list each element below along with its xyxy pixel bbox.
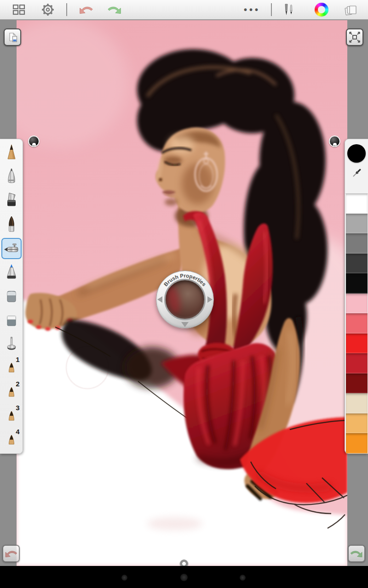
- color-swatch[interactable]: [346, 193, 368, 214]
- android-nav-bar: [0, 566, 368, 588]
- color-panel-handle[interactable]: [329, 136, 340, 147]
- tool-custom-brush-4[interactable]: 4: [1, 430, 22, 451]
- color-swatch[interactable]: [346, 373, 368, 394]
- brush-number-label: 1: [16, 356, 19, 363]
- color-swatch[interactable]: [346, 313, 368, 334]
- tool-ink-pen[interactable]: [1, 166, 22, 187]
- color-swatch[interactable]: [346, 294, 368, 314]
- nav-home-button[interactable]: [180, 574, 188, 581]
- layers-icon: [344, 2, 358, 17]
- tool-felt-marker[interactable]: [1, 262, 22, 283]
- preferences-button[interactable]: [40, 2, 56, 17]
- grid-icon: [12, 3, 26, 17]
- brush-properties-puck[interactable]: Brush Properties: [156, 271, 214, 328]
- puck-arrow-right-icon[interactable]: [207, 296, 213, 303]
- tool-chisel-marker[interactable]: [1, 190, 22, 211]
- tool-eraser-soft[interactable]: [1, 310, 22, 331]
- color-swatch[interactable]: [346, 214, 368, 234]
- brush-number-label: 4: [16, 428, 19, 435]
- color-swatch[interactable]: [346, 433, 368, 453]
- puck-arrow-down-icon[interactable]: [181, 322, 189, 327]
- brush-number-label: 3: [16, 404, 19, 412]
- felt-marker-icon: [4, 263, 19, 282]
- color-swatch[interactable]: [346, 273, 368, 294]
- brush-panel: 1 2 3 4: [0, 139, 23, 454]
- color-swatch[interactable]: [346, 353, 368, 373]
- nav-back-button[interactable]: [121, 575, 127, 581]
- undo-arrow-icon: [4, 548, 18, 559]
- tool-paintbrush[interactable]: [1, 214, 22, 235]
- layer-editor-button[interactable]: [343, 2, 359, 17]
- puck-label: Brush Properties: [156, 271, 214, 328]
- gallery-button[interactable]: [11, 2, 27, 17]
- ink-pen-icon: [4, 167, 19, 186]
- brush-number-label: 2: [16, 380, 19, 388]
- current-color-swatch[interactable]: [347, 144, 366, 163]
- tool-smudge[interactable]: [1, 334, 22, 355]
- tool-airbrush[interactable]: [1, 238, 22, 259]
- color-panel: [345, 139, 368, 454]
- transform-icon: [348, 30, 362, 44]
- transform-button[interactable]: [346, 28, 363, 46]
- color-swatch[interactable]: [346, 334, 368, 354]
- color-wheel-icon: [315, 3, 328, 17]
- brush-library-button[interactable]: [281, 2, 297, 17]
- redo-button[interactable]: [107, 2, 122, 17]
- color-swatch[interactable]: [346, 254, 368, 274]
- redo-arrow-icon: [107, 3, 122, 16]
- color-swatch[interactable]: [346, 393, 368, 413]
- airbrush-icon: [3, 241, 20, 256]
- page-layer-icon: [6, 30, 19, 44]
- top-toolbar: •••: [0, 0, 368, 20]
- brush-panel-handle[interactable]: [28, 136, 40, 147]
- puck-arrow-left-icon[interactable]: [157, 296, 162, 303]
- canvas-undo-button[interactable]: [2, 545, 20, 562]
- ellipsis-icon: •••: [244, 2, 260, 17]
- toolbar-separator: [66, 3, 67, 16]
- canvas-redo-button[interactable]: [348, 545, 365, 562]
- toolbar-separator: [271, 3, 272, 16]
- swatch-list: [346, 193, 368, 453]
- tool-custom-brush-1[interactable]: 1: [1, 357, 22, 379]
- smudge-icon: [4, 335, 19, 353]
- eraser-hard-icon: [4, 287, 19, 305]
- brush-pair-icon: [282, 2, 296, 17]
- color-panel-header: [345, 139, 368, 194]
- undo-arrow-icon: [78, 3, 94, 16]
- tool-custom-brush-2[interactable]: 2: [1, 382, 22, 403]
- color-swatch[interactable]: [346, 233, 368, 254]
- tool-custom-brush-3[interactable]: 3: [1, 406, 22, 427]
- pencil-icon: [4, 143, 19, 162]
- color-editor-button[interactable]: [314, 2, 329, 17]
- svg-text:Brush Properties: Brush Properties: [163, 273, 207, 287]
- more-options-button[interactable]: •••: [244, 2, 260, 17]
- color-swatch[interactable]: [346, 413, 368, 434]
- tool-pencil[interactable]: [1, 142, 22, 163]
- layer-preview-button[interactable]: [4, 28, 21, 46]
- chisel-marker-icon: [4, 191, 19, 209]
- redo-arrow-icon: [349, 548, 364, 559]
- nav-recents-button[interactable]: [240, 575, 246, 581]
- undo-button[interactable]: [78, 2, 94, 17]
- gear-icon: [40, 2, 55, 17]
- eraser-soft-icon: [4, 311, 19, 329]
- eyedropper-icon[interactable]: [350, 166, 363, 180]
- tool-eraser-hard[interactable]: [1, 286, 22, 307]
- paintbrush-icon: [4, 215, 19, 234]
